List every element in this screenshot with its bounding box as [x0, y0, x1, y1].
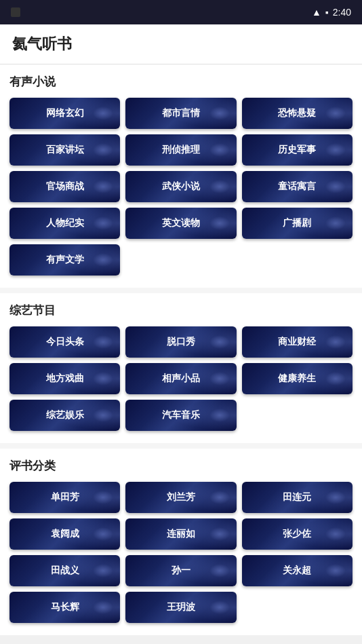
section-title-variety: 综艺节目: [9, 303, 353, 318]
category-btn-综艺娱乐[interactable]: 综艺娱乐: [9, 400, 120, 431]
category-btn-百家讲坛[interactable]: 百家讲坛: [9, 134, 120, 166]
category-btn-童话寓言[interactable]: 童话寓言: [242, 171, 353, 202]
app-indicator: [11, 7, 20, 17]
status-bar-right: ▲ ▪ 2:40: [312, 7, 351, 18]
category-btn-孙一[interactable]: 孙一: [125, 555, 236, 586]
category-btn-网络玄幻[interactable]: 网络玄幻: [9, 98, 120, 129]
category-btn-张少佐[interactable]: 张少佐: [242, 518, 353, 550]
category-btn-王玥波[interactable]: 王玥波: [125, 592, 236, 623]
category-btn-地方戏曲[interactable]: 地方戏曲: [9, 363, 120, 394]
category-btn-官场商战[interactable]: 官场商战: [9, 171, 120, 202]
category-btn-今日头条[interactable]: 今日头条: [9, 326, 120, 358]
category-btn-武侠小说[interactable]: 武侠小说: [125, 171, 236, 202]
app-title: 氦气听书: [12, 34, 350, 54]
section-title-storytelling: 评书分类: [9, 458, 353, 474]
category-btn-健康养生[interactable]: 健康养生: [242, 363, 353, 394]
category-btn-汽车音乐[interactable]: 汽车音乐: [125, 400, 236, 431]
wifi-icon: ▲: [312, 7, 321, 18]
app-header: 氦气听书: [0, 24, 362, 64]
category-btn-商业财经[interactable]: 商业财经: [242, 326, 353, 358]
button-grid-variety: 今日头条脱口秀商业财经地方戏曲相声小品健康养生综艺娱乐汽车音乐: [9, 326, 353, 431]
category-btn-田战义[interactable]: 田战义: [9, 555, 120, 586]
battery-icon: ▪: [325, 7, 329, 18]
section-title-audiobooks: 有声小说: [9, 74, 353, 90]
category-btn-有声文学[interactable]: 有声文学: [9, 244, 120, 276]
category-btn-恐怖悬疑[interactable]: 恐怖悬疑: [242, 98, 353, 129]
category-btn-单田芳[interactable]: 单田芳: [9, 482, 120, 513]
category-btn-脱口秀[interactable]: 脱口秀: [125, 326, 236, 358]
status-bar: ▲ ▪ 2:40: [0, 0, 362, 24]
category-btn-人物纪实[interactable]: 人物纪实: [9, 208, 120, 239]
section-audiobooks: 有声小说网络玄幻都市言情恐怖悬疑百家讲坛刑侦推理历史军事官场商战武侠小说童话寓言…: [0, 64, 362, 288]
button-grid-audiobooks: 网络玄幻都市言情恐怖悬疑百家讲坛刑侦推理历史军事官场商战武侠小说童话寓言人物纪实…: [9, 98, 353, 276]
category-btn-英文读物[interactable]: 英文读物: [125, 208, 236, 239]
category-btn-刑侦推理[interactable]: 刑侦推理: [125, 134, 236, 166]
category-btn-历史军事[interactable]: 历史军事: [242, 134, 353, 166]
category-btn-都市言情[interactable]: 都市言情: [125, 98, 236, 129]
status-bar-left: [11, 7, 20, 17]
button-grid-storytelling: 单田芳刘兰芳田连元袁阔成连丽如张少佐田战义孙一关永超马长辉王玥波: [9, 482, 353, 623]
section-variety: 综艺节目今日头条脱口秀商业财经地方戏曲相声小品健康养生综艺娱乐汽车音乐: [0, 293, 362, 443]
category-btn-广播剧[interactable]: 广播剧: [242, 208, 353, 239]
time-display: 2:40: [333, 7, 351, 18]
section-storytelling: 评书分类单田芳刘兰芳田连元袁阔成连丽如张少佐田战义孙一关永超马长辉王玥波: [0, 449, 362, 635]
category-btn-连丽如[interactable]: 连丽如: [125, 518, 236, 550]
category-btn-相声小品[interactable]: 相声小品: [125, 363, 236, 394]
main-content: 有声小说网络玄幻都市言情恐怖悬疑百家讲坛刑侦推理历史军事官场商战武侠小说童话寓言…: [0, 64, 362, 635]
category-btn-关永超[interactable]: 关永超: [242, 555, 353, 586]
category-btn-刘兰芳[interactable]: 刘兰芳: [125, 482, 236, 513]
category-btn-马长辉[interactable]: 马长辉: [9, 592, 120, 623]
category-btn-袁阔成[interactable]: 袁阔成: [9, 518, 120, 550]
category-btn-田连元[interactable]: 田连元: [242, 482, 353, 513]
